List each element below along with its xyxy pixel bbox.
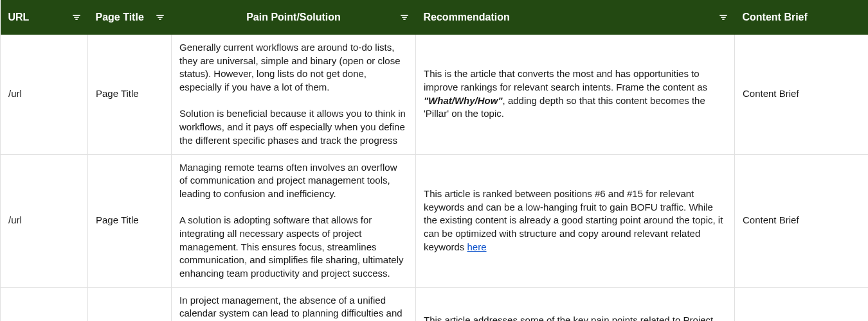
cell-pain-point-solution[interactable]: Managing remote teams often involves an … (172, 154, 416, 287)
cell-content-brief[interactable]: Content Brief (735, 35, 869, 154)
header-url-label: URL (8, 12, 30, 22)
cell-content-brief[interactable]: Content Brief (735, 287, 869, 321)
table-row: /url Page Title In project management, t… (1, 287, 869, 321)
cell-pain-point-solution[interactable]: In project management, the absence of a … (172, 287, 416, 321)
header-pain-point-solution[interactable]: Pain Point/Solution (172, 0, 416, 35)
filter-icon[interactable] (73, 15, 80, 20)
header-url[interactable]: URL (1, 0, 88, 35)
header-rec-label: Recommendation (424, 12, 510, 22)
cell-recommendation[interactable]: This is the article that converts the mo… (416, 35, 735, 154)
cell-page-title[interactable]: Page Title (88, 35, 172, 154)
table-row: /url Page Title Generally current workfl… (1, 35, 869, 154)
cell-pain-point-solution[interactable]: Generally current workflows are around t… (172, 35, 416, 154)
header-recommendation[interactable]: Recommendation (416, 0, 735, 35)
rec-text-pre: This article addresses some of the key p… (424, 315, 728, 321)
filter-icon[interactable] (719, 15, 727, 20)
header-content-brief[interactable]: Content Brief (735, 0, 869, 35)
header-brief-label: Content Brief (743, 12, 808, 22)
header-row: URL Page Title Pain Point/Solution Recom… (1, 0, 869, 35)
cell-page-title[interactable]: Page Title (88, 287, 172, 321)
cell-url[interactable]: /url (1, 35, 88, 154)
cell-page-title[interactable]: Page Title (88, 154, 172, 287)
table-row: /url Page Title Managing remote teams of… (1, 154, 869, 287)
header-page-title-label: Page Title (96, 12, 144, 22)
cell-recommendation[interactable]: This article is ranked between positions… (416, 154, 735, 287)
cell-url[interactable]: /url (1, 154, 88, 287)
rec-emphasis: "What/Why/How" (424, 95, 503, 106)
filter-icon[interactable] (401, 15, 408, 20)
rec-link[interactable]: here (467, 241, 487, 252)
cell-recommendation[interactable]: This article addresses some of the key p… (416, 287, 735, 321)
header-pps-label: Pain Point/Solution (246, 12, 341, 22)
cell-url[interactable]: /url (1, 287, 88, 321)
filter-icon[interactable] (156, 15, 164, 20)
rec-text-pre: This is the article that converts the mo… (424, 68, 710, 92)
header-page-title[interactable]: Page Title (88, 0, 172, 35)
cell-content-brief[interactable]: Content Brief (735, 154, 869, 287)
content-table: URL Page Title Pain Point/Solution Recom… (0, 0, 868, 321)
